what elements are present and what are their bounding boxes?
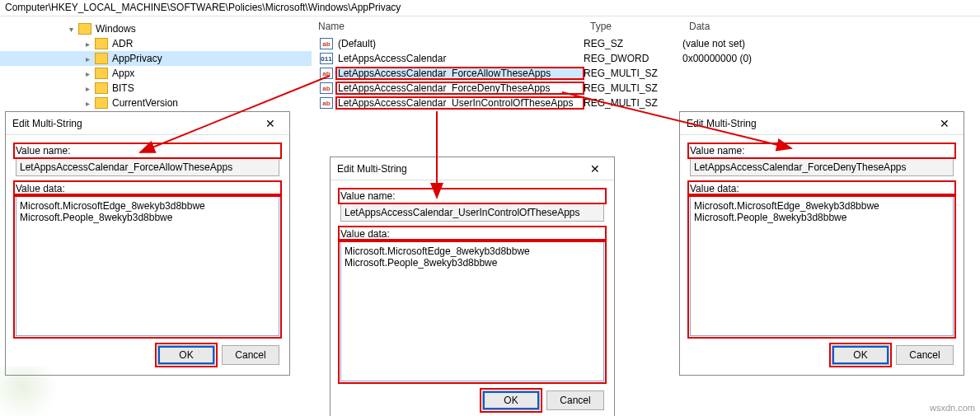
folder-icon [95, 68, 108, 79]
dialog-title: Edit Multi-String [687, 118, 932, 129]
value-data-field[interactable]: Microsoft.MicrosoftEdge_8wekyb3d8bbwe Mi… [16, 196, 279, 336]
expand-icon[interactable]: ▸ [82, 84, 92, 93]
folder-icon [95, 53, 108, 64]
ok-button[interactable]: OK [482, 390, 540, 410]
value-name-label: Value name: [690, 145, 954, 157]
tree-key-appprivacy[interactable]: ▸AppPrivacy [0, 51, 312, 66]
expand-icon[interactable]: ▾ [66, 25, 76, 34]
value-name: LetAppsAccessCalendar_ForceAllowTheseApp… [336, 68, 584, 79]
value-row[interactable]: abLetAppsAccessCalendar_ForceAllowTheseA… [313, 66, 980, 81]
value-icon: ab [320, 38, 333, 49]
tree-key-windows[interactable]: ▾ Windows [0, 21, 312, 36]
column-name[interactable]: Name [313, 18, 585, 35]
edit-multistring-dialog: Edit Multi-String✕Value name:Value data:… [5, 111, 290, 376]
edit-multistring-dialog: Edit Multi-String✕Value name:Value data:… [679, 111, 964, 376]
value-name-field[interactable] [690, 158, 954, 176]
folder-icon [95, 82, 108, 94]
expand-icon[interactable]: ▸ [82, 69, 92, 78]
dialog-title: Edit Multi-String [12, 118, 258, 129]
value-name-label: Value name: [16, 145, 279, 157]
value-name: LetAppsAccessCalendar_ForceDenyTheseApps [336, 82, 584, 94]
value-name-field[interactable] [340, 203, 604, 222]
value-icon: ab [320, 68, 333, 79]
list-header: Name Type Data [313, 18, 980, 35]
value-data-label: Value data: [690, 183, 954, 194]
expand-icon[interactable]: ▸ [82, 99, 92, 108]
value-icon: ab [320, 82, 333, 94]
value-icon: 011 [320, 53, 333, 64]
value-icon: ab [320, 97, 333, 109]
folder-icon [95, 97, 108, 109]
tree-key-appx[interactable]: ▸Appx [0, 66, 312, 81]
value-row[interactable]: ab(Default)REG_SZ(value not set) [313, 36, 980, 51]
folder-icon [95, 38, 108, 49]
value-data-label: Value data: [340, 228, 604, 240]
watermark-text: wsxdn.com [930, 403, 975, 413]
tree-key-bits[interactable]: ▸BITS [0, 81, 312, 96]
expand-icon[interactable]: ▸ [82, 40, 92, 49]
address-bar[interactable]: Computer\HKEY_LOCAL_MACHINE\SOFTWARE\Pol… [0, 0, 980, 16]
cancel-button[interactable]: Cancel [222, 345, 279, 365]
cancel-button[interactable]: Cancel [546, 390, 604, 410]
value-type: REG_DWORD [584, 53, 682, 64]
value-row[interactable]: 011LetAppsAccessCalendarREG_DWORD0x00000… [313, 51, 980, 66]
ok-button[interactable]: OK [832, 345, 889, 365]
edit-multistring-dialog: Edit Multi-String✕Value name:Value data:… [330, 157, 615, 416]
value-data-label: Value data: [16, 183, 279, 194]
value-name-label: Value name: [340, 190, 604, 202]
value-row[interactable]: abLetAppsAccessCalendar_UserInControlOfT… [313, 96, 980, 110]
value-data: (value not set) [682, 38, 745, 49]
column-data[interactable]: Data [684, 18, 980, 35]
folder-icon [78, 23, 91, 35]
close-icon[interactable]: ✕ [932, 115, 957, 132]
value-name: LetAppsAccessCalendar_UserInControlOfThe… [336, 97, 584, 109]
value-name-field[interactable] [16, 158, 279, 176]
column-type[interactable]: Type [585, 18, 684, 35]
expand-icon[interactable]: ▸ [82, 54, 92, 63]
ok-button[interactable]: OK [157, 345, 215, 365]
value-row[interactable]: abLetAppsAccessCalendar_ForceDenyTheseAp… [313, 81, 980, 96]
value-data: 0x00000000 (0) [682, 53, 752, 64]
value-type: REG_SZ [584, 38, 682, 49]
cancel-button[interactable]: Cancel [896, 345, 954, 365]
tree-key-adr[interactable]: ▸ADR [0, 36, 312, 51]
watermark-logo [0, 367, 74, 416]
value-type: REG_MULTI_SZ [584, 82, 682, 94]
close-icon[interactable]: ✕ [583, 161, 607, 177]
close-icon[interactable]: ✕ [258, 115, 283, 132]
value-type: REG_MULTI_SZ [584, 97, 682, 109]
value-data-field[interactable]: Microsoft.MicrosoftEdge_8wekyb3d8bbwe Mi… [690, 196, 954, 336]
tree-key-currentversion[interactable]: ▸CurrentVersion [0, 96, 312, 110]
value-type: REG_MULTI_SZ [584, 68, 682, 79]
dialog-title: Edit Multi-String [337, 163, 583, 175]
value-name: (Default) [336, 38, 584, 49]
value-data-field[interactable]: Microsoft.MicrosoftEdge_8wekyb3d8bbwe Mi… [340, 241, 604, 381]
value-list[interactable]: ab(Default)REG_SZ(value not set)011LetAp… [313, 36, 980, 110]
value-name: LetAppsAccessCalendar [336, 53, 584, 64]
